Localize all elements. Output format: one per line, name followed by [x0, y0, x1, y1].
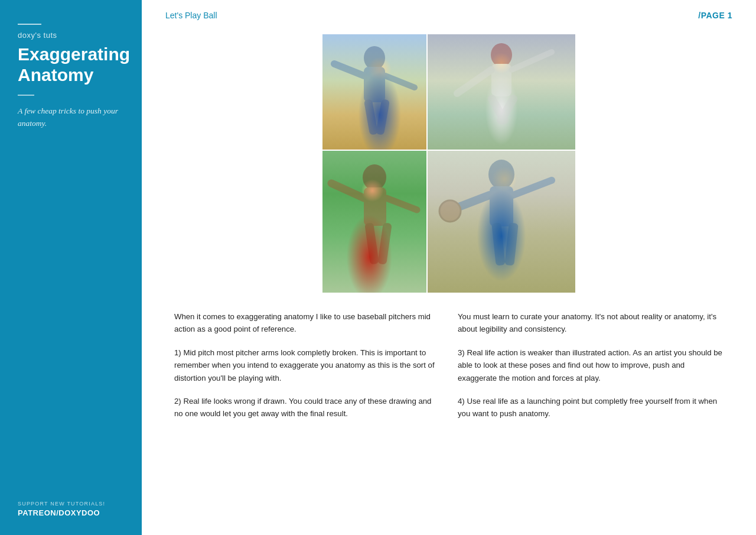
svg-rect-13	[364, 187, 386, 226]
svg-point-0	[364, 46, 385, 70]
right-para-1: You must learn to curate your anatomy. I…	[458, 310, 724, 336]
svg-rect-19	[490, 186, 513, 226]
svg-point-12	[363, 164, 386, 190]
svg-line-9	[511, 52, 552, 70]
main-content: Let's Play Ball /PAGE 1	[142, 0, 756, 535]
svg-rect-17	[377, 222, 392, 264]
left-para-1: When it comes to exaggerating anatomy I …	[174, 310, 440, 336]
svg-rect-16	[364, 222, 379, 264]
svg-point-6	[491, 43, 512, 67]
svg-point-18	[488, 160, 514, 189]
header-title: Let's Play Ball	[165, 11, 217, 20]
sidebar-subtitle: doxy's tuts	[18, 31, 124, 40]
svg-rect-5	[376, 99, 390, 135]
left-text-column: When it comes to exaggerating anatomy I …	[174, 310, 440, 523]
left-para-3: 2) Real life looks wrong if drawn. You c…	[174, 395, 440, 420]
sidebar-footer: SUPPORT NEW TUTORIALS! PATREON/DOXYDOO	[18, 501, 105, 517]
page-header: Let's Play Ball /PAGE 1	[142, 0, 756, 28]
page-number: /PAGE 1	[698, 11, 732, 20]
svg-rect-23	[491, 222, 505, 265]
sidebar-decoration-line	[18, 24, 41, 25]
photo-red-pitcher	[322, 151, 426, 293]
photo-blue-catcher	[428, 151, 575, 293]
sidebar-title: Exaggerating Anatomy	[18, 44, 124, 85]
svg-rect-24	[504, 222, 518, 265]
text-content-area: When it comes to exaggerating anatomy I …	[142, 304, 756, 535]
sidebar-patreon-label: PATREON/DOXYDOO	[18, 508, 105, 517]
right-para-3: 4) Use real life as a launching point bu…	[458, 395, 724, 420]
image-grid-container	[142, 28, 756, 304]
svg-point-21	[439, 200, 461, 222]
svg-rect-1	[364, 67, 385, 102]
right-text-column: You must learn to curate your anatomy. I…	[458, 310, 724, 523]
svg-line-15	[386, 198, 417, 210]
svg-line-14	[331, 183, 364, 198]
right-para-2: 3) Real life action is weaker than illus…	[458, 346, 724, 384]
svg-rect-4	[364, 99, 378, 135]
svg-line-8	[457, 70, 491, 93]
sidebar-support-label: SUPPORT NEW TUTORIALS!	[18, 501, 105, 507]
photo-grid	[322, 34, 575, 293]
sidebar-description: A few cheap tricks to push your anatomy.	[18, 105, 124, 130]
svg-line-2	[334, 64, 364, 76]
svg-line-3	[385, 76, 415, 87]
sidebar-divider	[18, 95, 34, 96]
photo-white-fielder	[428, 34, 575, 150]
sidebar: doxy's tuts Exaggerating Anatomy A few c…	[0, 0, 142, 535]
svg-line-22	[513, 180, 552, 195]
left-para-2: 1) Mid pitch most pitcher arms look comp…	[174, 346, 440, 384]
photo-blue-pitcher	[322, 34, 426, 150]
